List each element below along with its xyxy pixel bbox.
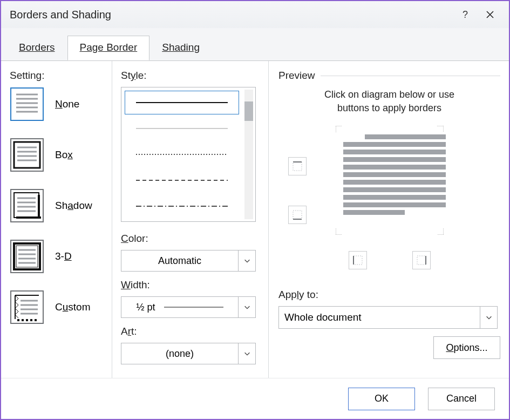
- svg-rect-48: [353, 256, 362, 265]
- preview-column: Preview Click on diagram below or use bu…: [269, 61, 502, 378]
- cancel-button[interactable]: Cancel: [428, 388, 495, 410]
- color-dropdown-button[interactable]: [238, 250, 255, 271]
- width-dropdown-button[interactable]: [238, 297, 255, 317]
- close-icon: [486, 10, 494, 19]
- width-value: ½ pt: [136, 302, 155, 313]
- help-button[interactable]: ?: [453, 4, 478, 25]
- tab-borders[interactable]: Borders: [6, 36, 67, 60]
- dialog-footer: OK Cancel: [1, 378, 509, 419]
- border-bottom-icon: [292, 209, 303, 220]
- apply-to-label: Apply to:: [278, 289, 500, 301]
- apply-to-dropdown-button[interactable]: [480, 307, 497, 328]
- svg-rect-0: [11, 88, 43, 120]
- setting-shadow-icon: [10, 188, 44, 223]
- preview-hint-1: Click on diagram below or use: [278, 89, 500, 100]
- window-title: Borders and Shading: [10, 9, 453, 21]
- setting-box[interactable]: Box: [10, 138, 112, 172]
- chevron-down-icon: [485, 314, 493, 321]
- apply-to-value: Whole document: [279, 311, 480, 323]
- art-value: (none): [166, 348, 194, 360]
- chevron-down-icon: [243, 257, 251, 265]
- art-label: Art:: [121, 326, 261, 337]
- tab-row: Borders Page Border Shading: [1, 28, 509, 60]
- preview-right-border-button[interactable]: [412, 251, 431, 269]
- setting-label: Setting:: [10, 70, 112, 82]
- style-option-dashdot[interactable]: [124, 193, 240, 219]
- setting-box-icon: [10, 138, 44, 172]
- svg-rect-15: [38, 195, 40, 219]
- ok-button[interactable]: OK: [348, 388, 415, 410]
- color-label: Color:: [121, 233, 261, 245]
- border-right-icon: [416, 255, 427, 266]
- svg-rect-44: [293, 162, 302, 171]
- border-top-icon: [292, 161, 303, 172]
- svg-rect-46: [293, 211, 302, 219]
- style-option-thin[interactable]: [124, 116, 240, 141]
- style-column: Style: Color: Automatic Width:: [112, 61, 269, 378]
- color-combo[interactable]: Automatic: [121, 250, 256, 272]
- titlebar: Borders and Shading ?: [1, 1, 509, 28]
- width-sample-line: [164, 307, 223, 308]
- style-label: Style:: [121, 70, 261, 82]
- border-left-icon: [352, 255, 363, 266]
- preview-label: Preview: [278, 70, 315, 82]
- setting-shadow[interactable]: Shadow: [10, 188, 112, 223]
- content-area: Setting: None Box: [1, 60, 509, 378]
- setting-custom-icon: [10, 290, 44, 324]
- svg-rect-20: [11, 240, 43, 273]
- setting-column: Setting: None Box: [10, 61, 112, 378]
- style-option-dashed[interactable]: [124, 167, 240, 193]
- svg-rect-6: [11, 139, 43, 171]
- setting-3d-icon: [10, 239, 44, 274]
- svg-rect-14: [16, 216, 41, 219]
- art-dropdown-button[interactable]: [238, 343, 255, 364]
- svg-rect-50: [417, 256, 426, 265]
- setting-none[interactable]: None: [10, 87, 112, 121]
- width-label: Width:: [121, 279, 261, 291]
- preview-diagram[interactable]: [327, 118, 452, 242]
- setting-3d[interactable]: 3-D: [10, 239, 112, 274]
- style-option-dotted[interactable]: [124, 141, 240, 167]
- preview-left-border-button[interactable]: [349, 251, 367, 269]
- preview-top-border-button[interactable]: [288, 157, 307, 175]
- tab-shading[interactable]: Shading: [149, 36, 212, 60]
- options-button[interactable]: Options...: [433, 336, 500, 359]
- close-button[interactable]: [478, 4, 502, 25]
- style-scroll-thumb[interactable]: [244, 101, 253, 121]
- dialog-borders-shading: Borders and Shading ? Borders Page Borde…: [0, 0, 510, 420]
- setting-custom[interactable]: Custom: [10, 290, 112, 324]
- style-option-solid[interactable]: [125, 91, 239, 114]
- art-combo[interactable]: (none): [121, 343, 256, 364]
- preview-hint-2: buttons to apply borders: [278, 103, 500, 114]
- chevron-down-icon: [243, 303, 251, 311]
- style-listbox[interactable]: [121, 87, 256, 222]
- preview-bottom-border-button[interactable]: [288, 206, 307, 224]
- color-value: Automatic: [158, 255, 201, 267]
- chevron-down-icon: [243, 350, 251, 357]
- setting-none-icon: [10, 87, 44, 121]
- width-combo[interactable]: ½ pt: [121, 296, 256, 318]
- tab-page-border[interactable]: Page Border: [67, 36, 150, 60]
- apply-to-combo[interactable]: Whole document: [278, 306, 498, 329]
